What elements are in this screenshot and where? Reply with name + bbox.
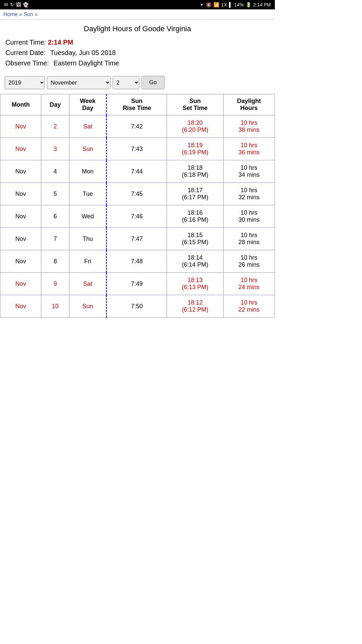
table-row: Nov4Mon7:4418:18(6:18 PM)10 hrs34 mins [0, 160, 275, 183]
cell-sunrise: 7:48 [107, 250, 167, 273]
cell-weekday: Sun [69, 138, 107, 160]
cell-day: 6 [41, 205, 69, 228]
message-icon: ✉ [4, 2, 8, 7]
cell-sunset: 18:14(6:14 PM) [167, 250, 223, 273]
table-row: Nov6Wed7:4618:16(6:16 PM)10 hrs30 mins [0, 205, 275, 228]
table-row: Nov2Sat7:4218:20(6:20 PM)10 hrs38 mins [0, 115, 275, 138]
current-date-row: Current Date: Tuesday, Jun 05 2018 [5, 49, 269, 57]
table-row: Nov9Sat7:4918:13(6:13 PM)10 hrs24 mins [0, 273, 275, 295]
table-row: Nov3Sun7:4318:19(6:19 PM)10 hrs36 mins [0, 138, 275, 160]
cell-month: Nov [0, 115, 41, 138]
refresh-icon: ↻ [10, 2, 14, 7]
cell-sunset: 18:17(6:17 PM) [167, 183, 223, 205]
observe-time-value: Eastern Daylight Time [54, 59, 119, 67]
breadcrumb-sep2: » [35, 11, 38, 17]
cell-sunrise: 7:49 [107, 273, 167, 295]
breadcrumb-sun[interactable]: Sun [23, 11, 33, 17]
cell-weekday: Sat [69, 273, 107, 295]
cell-daylight: 10 hrs26 mins [223, 250, 275, 273]
cell-day: 8 [41, 250, 69, 273]
go-button[interactable]: Go [141, 76, 165, 89]
info-section: Current Time: 2:14 PM Current Date: Tues… [0, 37, 275, 73]
observe-time-label: Observe Time: [5, 59, 49, 67]
bluetooth-icon: ✶ [200, 2, 204, 7]
cell-day: 5 [41, 183, 69, 205]
cell-day: 7 [41, 228, 69, 250]
cell-weekday: Mon [69, 160, 107, 183]
signal-text: 1X [221, 2, 227, 7]
cell-day: 2 [41, 115, 69, 138]
battery-percent: 14% [234, 2, 244, 7]
cell-weekday: Thu [69, 228, 107, 250]
mute-icon: 🔇 [206, 2, 212, 7]
cell-sunset: 18:12(6:12 PM) [167, 295, 223, 318]
cell-sunrise: 7:44 [107, 160, 167, 183]
cell-weekday: Wed [69, 205, 107, 228]
cell-sunrise: 7:47 [107, 228, 167, 250]
cell-sunrise: 7:50 [107, 295, 167, 318]
month-select[interactable]: JanuaryFebruaryMarchAprilMayJuneJulyAugu… [47, 76, 111, 89]
current-date-label: Current Date: [5, 49, 46, 56]
cell-daylight: 10 hrs36 mins [223, 138, 275, 160]
cell-daylight: 10 hrs22 mins [223, 295, 275, 318]
table-row: Nov8Fri7:4818:14(6:14 PM)10 hrs26 mins [0, 250, 275, 273]
cell-sunrise: 7:43 [107, 138, 167, 160]
col-sunrise: SunRise Time [107, 94, 167, 115]
cell-daylight: 10 hrs28 mins [223, 228, 275, 250]
cell-sunrise: 7:45 [107, 183, 167, 205]
cell-weekday: Sun [69, 295, 107, 318]
cell-sunrise: 7:42 [107, 115, 167, 138]
week-select[interactable]: 12345 [113, 76, 139, 89]
cell-sunset: 18:16(6:16 PM) [167, 205, 223, 228]
status-right: ✶ 🔇 📶 1X ▌ 14% 🔋 2:14 PM [200, 2, 271, 7]
daylight-table: Month Day WeekDay SunRise Time SunSet Ti… [0, 94, 275, 318]
cell-sunset: 18:13(6:13 PM) [167, 273, 223, 295]
battery-icon: 🔋 [246, 2, 251, 7]
current-time-label: Current Time: [5, 39, 46, 46]
col-month: Month [0, 94, 41, 115]
table-wrap: Month Day WeekDay SunRise Time SunSet Ti… [0, 94, 275, 318]
image-icon: 🖼 [16, 2, 21, 7]
col-weekday: WeekDay [69, 94, 107, 115]
ghost-icon: 👻 [23, 2, 28, 7]
status-bar: ✉ ↻ 🖼 👻 ✶ 🔇 📶 1X ▌ 14% 🔋 2:14 PM [0, 0, 275, 9]
breadcrumb-home[interactable]: Home [3, 11, 18, 17]
cell-sunset: 18:19(6:19 PM) [167, 138, 223, 160]
table-row: Nov5Tue7:4518:17(6:17 PM)10 hrs32 mins [0, 183, 275, 205]
cell-month: Nov [0, 205, 41, 228]
breadcrumb: Home » Sun » [0, 9, 275, 20]
observe-time-row: Observe Time: Eastern Daylight Time [5, 59, 269, 67]
current-time-value: 2:14 PM [48, 39, 73, 46]
cell-weekday: Fri [69, 250, 107, 273]
col-daylight: DaylightHours [223, 94, 275, 115]
cell-daylight: 10 hrs32 mins [223, 183, 275, 205]
cell-sunset: 18:15(6:15 PM) [167, 228, 223, 250]
cell-sunset: 18:20(6:20 PM) [167, 115, 223, 138]
year-select[interactable]: 20172018201920202021 [5, 76, 45, 89]
cell-weekday: Sat [69, 115, 107, 138]
cell-sunset: 18:18(6:18 PM) [167, 160, 223, 183]
cell-month: Nov [0, 250, 41, 273]
col-sunset: SunSet Time [167, 94, 223, 115]
breadcrumb-sep1: » [19, 11, 23, 17]
current-time-row: Current Time: 2:14 PM [5, 39, 269, 46]
page-title: Daylight Hours of Goode Virginia [0, 20, 275, 37]
cell-day: 10 [41, 295, 69, 318]
cell-month: Nov [0, 183, 41, 205]
controls: 20172018201920202021 JanuaryFebruaryMarc… [0, 73, 275, 94]
current-date-value: Tuesday, Jun 05 2018 [50, 49, 116, 56]
cell-month: Nov [0, 228, 41, 250]
cell-daylight: 10 hrs30 mins [223, 205, 275, 228]
cell-daylight: 10 hrs34 mins [223, 160, 275, 183]
table-header-row: Month Day WeekDay SunRise Time SunSet Ti… [0, 94, 275, 115]
cell-month: Nov [0, 295, 41, 318]
cell-month: Nov [0, 160, 41, 183]
wifi-icon: 📶 [214, 2, 219, 7]
cell-daylight: 10 hrs38 mins [223, 115, 275, 138]
table-row: Nov7Thu7:4718:15(6:15 PM)10 hrs28 mins [0, 228, 275, 250]
cell-day: 3 [41, 138, 69, 160]
status-left: ✉ ↻ 🖼 👻 [4, 2, 28, 7]
cell-month: Nov [0, 273, 41, 295]
signal-bars: ▌ [229, 2, 232, 7]
table-row: Nov10Sun7:5018:12(6:12 PM)10 hrs22 mins [0, 295, 275, 318]
